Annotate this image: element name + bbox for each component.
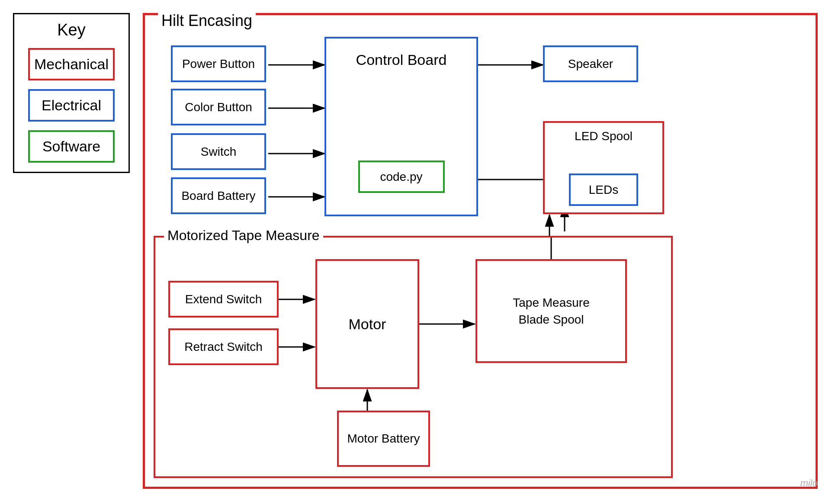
- color-button-label: Color Button: [185, 100, 252, 114]
- motor-battery-box: Motor Battery: [337, 411, 430, 467]
- switch-box: Switch: [171, 133, 266, 170]
- color-button-box: Color Button: [171, 89, 266, 125]
- led-spool-label: LED Spool: [575, 129, 633, 143]
- leds-box: LEDs: [569, 173, 638, 206]
- tape-blade-spool-label: Tape Measure Blade Spool: [513, 294, 589, 328]
- retract-switch-label: Retract Switch: [184, 340, 263, 354]
- control-board-box: Control Board code.py: [324, 37, 478, 216]
- extend-switch-box: Extend Switch: [168, 281, 279, 318]
- speaker-box: Speaker: [543, 45, 638, 82]
- key-software-item: Software: [28, 130, 115, 163]
- motorized-tape-section: Motorized Tape Measure Extend Switch Ret…: [154, 236, 673, 478]
- watermark: milo: [800, 478, 818, 489]
- key-mechanical-label: Mechanical: [34, 56, 109, 73]
- board-battery-label: Board Battery: [181, 189, 255, 203]
- key-box: Key Mechanical Electrical Software: [13, 13, 130, 173]
- motor-label: Motor: [349, 316, 386, 333]
- code-py-label: code.py: [380, 170, 422, 184]
- hilt-encasing-label: Hilt Encasing: [158, 12, 256, 30]
- led-spool-box: LED Spool LEDs: [543, 121, 664, 214]
- code-py-box: code.py: [358, 161, 445, 193]
- control-board-label: Control Board: [356, 51, 447, 68]
- speaker-label: Speaker: [568, 57, 613, 71]
- main-outer-box: Hilt Encasing: [143, 13, 818, 489]
- motor-battery-label: Motor Battery: [347, 431, 420, 446]
- motorized-tape-label: Motorized Tape Measure: [164, 228, 323, 244]
- motor-box: Motor: [315, 259, 419, 389]
- leds-label: LEDs: [589, 183, 618, 197]
- diagram-container: Key Mechanical Electrical Software Hilt …: [9, 9, 826, 495]
- board-battery-box: Board Battery: [171, 177, 266, 214]
- power-button-label: Power Button: [182, 57, 255, 71]
- switch-label: Switch: [201, 145, 236, 159]
- key-mechanical-item: Mechanical: [28, 48, 115, 80]
- key-title: Key: [57, 21, 85, 39]
- tape-blade-spool-box: Tape Measure Blade Spool: [475, 259, 627, 363]
- retract-switch-box: Retract Switch: [168, 328, 279, 365]
- key-electrical-item: Electrical: [28, 89, 115, 122]
- power-button-box: Power Button: [171, 45, 266, 82]
- key-software-label: Software: [42, 138, 100, 155]
- key-electrical-label: Electrical: [42, 97, 101, 114]
- extend-switch-label: Extend Switch: [185, 292, 262, 306]
